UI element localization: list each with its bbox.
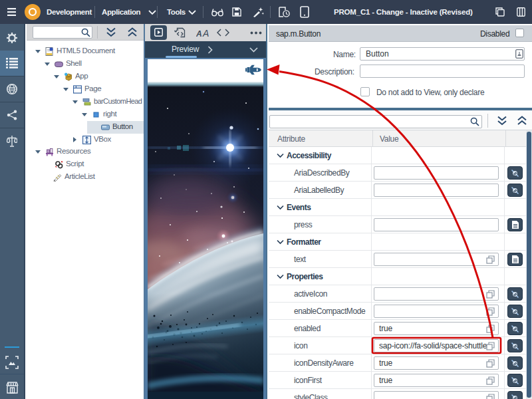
svg-text:A: A: [196, 29, 202, 38]
svg-text:A: A: [202, 29, 209, 37]
